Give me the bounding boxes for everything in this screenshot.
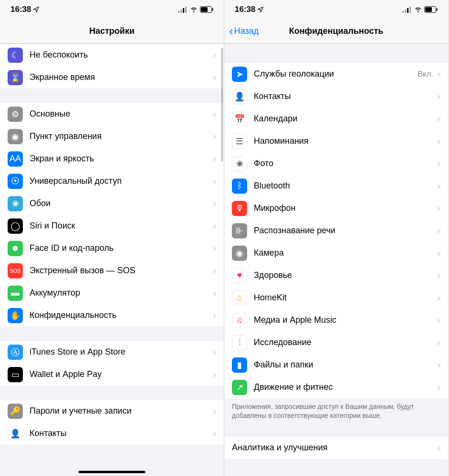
back-button[interactable]: ‹ Назад [229,24,259,39]
row-contacts[interactable]: 👤Контакты› [0,422,224,445]
status-time-group: 16:38 [10,5,40,14]
motion-glyph: ↗ [236,382,243,393]
svg-rect-3 [185,7,187,13]
privacy-title: Конфиденциальность [289,26,383,36]
location-icon: ➤ [232,67,247,82]
passwords-icon: 🔑 [8,404,23,419]
siri-icon: ◯ [8,218,23,234]
row-calendars[interactable]: 📅Календари› [224,108,448,130]
row-research[interactable]: ⦙Исследование› [224,331,448,354]
research-icon: ⦙ [232,335,247,350]
chevron-right-icon: › [437,225,440,236]
display-icon: AA [8,151,23,167]
wifi-icon [190,6,198,13]
files-icon: ▮ [232,357,247,373]
camera-label: Камера [254,248,437,258]
row-reminders[interactable]: ☰Напоминания› [224,130,448,152]
media-icon: ♫ [232,313,247,328]
motion-label: Движение и фитнес [254,382,437,392]
group-footer: Приложения, запросившие доступ к Вашим д… [224,398,448,427]
wallpaper-icon: ❀ [8,196,23,211]
row-health[interactable]: ♥Здоровье› [224,264,448,287]
itunes-label: iTunes Store и App Store [30,347,213,357]
accessibility-label: Универсальный доступ [30,176,213,186]
calendars-glyph: 📅 [234,114,245,124]
chevron-right-icon: › [437,180,440,191]
wallpaper-label: Обои [30,198,213,208]
row-accessibility[interactable]: ⦿Универсальный доступ› [0,170,224,192]
chevron-right-icon: › [213,176,216,187]
chevron-right-icon: › [213,265,216,276]
row-photos[interactable]: ❀Фото› [224,152,448,175]
chevron-right-icon: › [213,50,216,60]
row-wallpaper[interactable]: ❀Обои› [0,192,224,215]
scroll-indicator[interactable] [221,48,223,162]
back-label: Назад [234,26,259,36]
accessibility-glyph: ⦿ [11,176,20,186]
row-homekit[interactable]: ⌂HomeKit› [224,287,448,309]
row-privacy[interactable]: ✋Конфиденциальность› [0,304,224,327]
location-glyph: ➤ [236,69,243,79]
row-faceid[interactable]: ☻Face ID и код-пароль› [0,237,224,259]
row-wallet[interactable]: ▭Wallet и Apple Pay› [0,363,224,386]
controlcenter-label: Пункт управления [30,131,213,141]
chevron-right-icon: › [213,288,216,298]
siri-label: Siri и Поиск [30,221,213,231]
row-screentime[interactable]: ⌛Экранное время› [0,66,224,89]
row-motion[interactable]: ↗Движение и фитнес› [224,376,448,398]
home-indicator[interactable] [79,471,145,473]
svg-rect-12 [425,7,432,12]
privacy-icon: ✋ [8,308,23,323]
wifi-icon [414,6,422,13]
row-files[interactable]: ▮Файлы и папки› [224,354,448,376]
cellular-icon [402,6,412,13]
reminders-label: Напоминания [254,136,437,146]
row-battery[interactable]: ▬Аккумулятор› [0,282,224,304]
chevron-right-icon: › [437,292,440,303]
dnd-label: Не беспокоить [30,50,213,60]
row-controlcenter[interactable]: ◉Пункт управления› [0,125,224,148]
row-general[interactable]: ⚙Основные› [0,103,224,125]
controlcenter-icon: ◉ [8,129,23,144]
svg-rect-6 [212,8,213,11]
row-speech[interactable]: ⊪Распознавание речи› [224,219,448,242]
photos-icon: ❀ [232,156,247,171]
privacy-list[interactable]: ➤Службы геолокацииВкл.›👤Контакты›📅Календ… [224,44,448,459]
reminders-icon: ☰ [232,134,247,149]
microphone-icon: 🎙 [232,201,247,216]
reminders-glyph: ☰ [236,136,243,147]
camera-icon: ◉ [232,246,247,261]
homekit-icon: ⌂ [232,290,247,306]
group-spacer [0,386,224,400]
speech-icon: ⊪ [232,223,247,238]
display-label: Экран и яркость [30,154,213,164]
row-sos[interactable]: SOSЭкстренный вызов — SOS› [0,259,224,282]
passwords-glyph: 🔑 [10,406,20,416]
row-contacts[interactable]: 👤Контакты› [224,85,448,108]
row-bluetooth[interactable]: ᛒBluetooth› [224,175,448,197]
row-microphone[interactable]: 🎙Микрофон› [224,197,448,219]
row-dnd[interactable]: ☾Не беспокоить› [0,44,224,66]
battery-icon [424,6,438,13]
row-location[interactable]: ➤Службы геолокацииВкл.› [224,63,448,85]
row-passwords[interactable]: 🔑Пароли и учетные записи› [0,400,224,422]
settings-header: Настройки [0,19,224,44]
chevron-right-icon: › [437,248,440,258]
settings-list[interactable]: ☾Не беспокоить›⌛Экранное время›⚙Основные… [0,44,224,445]
row-display[interactable]: AAЭкран и яркость› [0,148,224,170]
microphone-glyph: 🎙 [235,203,244,213]
row-itunes[interactable]: ⒶiTunes Store и App Store› [0,341,224,363]
row-siri[interactable]: ◯Siri и Поиск› [0,215,224,237]
bluetooth-icon: ᛒ [232,178,247,194]
battery-glyph: ▬ [11,288,20,298]
speech-glyph: ⊪ [236,226,243,236]
battery-icon: ▬ [8,286,23,301]
analytics-label: Аналитика и улучшения [232,443,437,453]
chevron-right-icon: › [437,69,440,79]
group-spacer [224,44,448,63]
wallpaper-glyph: ❀ [12,198,19,209]
row-media[interactable]: ♫Медиа и Apple Music› [224,309,448,331]
row-analytics[interactable]: Аналитика и улучшения› [224,436,448,459]
row-camera[interactable]: ◉Камера› [224,242,448,264]
faceid-icon: ☻ [8,241,23,256]
